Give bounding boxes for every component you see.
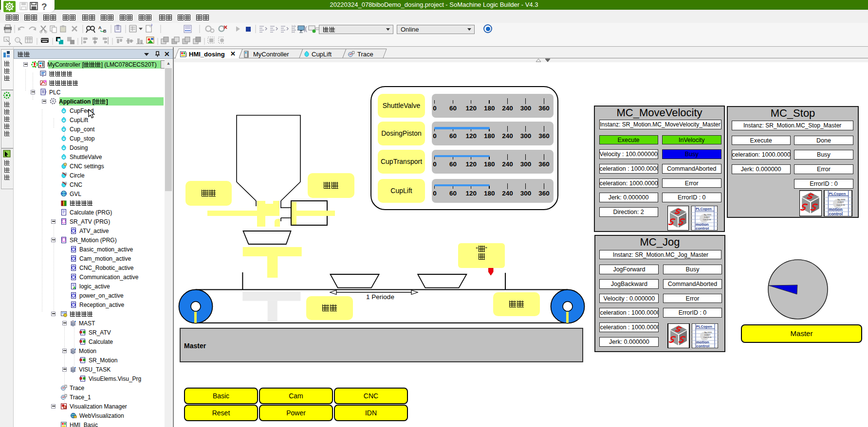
svg-text:PLCopen: PLCopen bbox=[829, 192, 846, 196]
svg-text:control: control bbox=[696, 344, 709, 348]
svg-text:Cert 4.26: Cert 4.26 bbox=[703, 336, 712, 338]
svg-text:2.2022: 2.2022 bbox=[837, 201, 844, 203]
svg-text:Cert 4.26: Cert 4.26 bbox=[703, 218, 711, 221]
svg-text:control: control bbox=[829, 212, 843, 216]
svg-text:No.9999: No.9999 bbox=[837, 198, 846, 201]
svg-text:control: control bbox=[696, 226, 709, 231]
svg-text:Cert 4.26: Cert 4.26 bbox=[836, 204, 845, 206]
svg-text:PLCopen: PLCopen bbox=[696, 207, 712, 211]
svg-text:PLCopen: PLCopen bbox=[696, 324, 712, 329]
